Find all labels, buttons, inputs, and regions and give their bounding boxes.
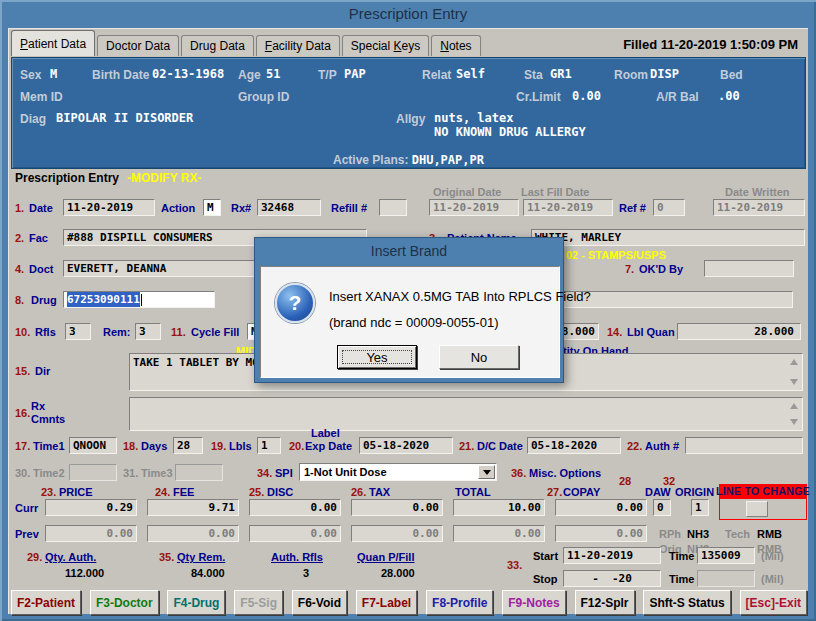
origin-header: ORIGIN	[675, 486, 714, 498]
qty-auth-value: 112.000	[65, 567, 104, 579]
copay-header: COPAY	[563, 486, 600, 498]
scroll-down-icon[interactable]	[790, 379, 798, 385]
time1-input[interactable]: QNOON	[69, 437, 117, 454]
date-input[interactable]: 11-20-2019	[63, 199, 155, 216]
relat-label: Relat	[422, 68, 451, 82]
f4-drug-button[interactable]: F4-Drug	[167, 590, 225, 615]
cmnts-input[interactable]	[129, 397, 803, 431]
misc-options-label: Misc. Options	[529, 467, 601, 479]
rem-input[interactable]: 3	[135, 323, 161, 340]
prev-copay-field: 0.00	[555, 525, 647, 542]
line-to-change-input[interactable]	[746, 501, 768, 517]
dc-date-number: 21.	[459, 440, 474, 452]
tech-value: RMB	[757, 528, 782, 540]
exp-date-input[interactable]: 05-18-2020	[359, 437, 453, 454]
f3-doctor-button[interactable]: F3-Doctor	[90, 590, 159, 615]
shft-s-status-button[interactable]: Shft-S Status	[643, 590, 730, 615]
tab-doctor-data[interactable]: Doctor Data	[97, 35, 179, 56]
chevron-down-icon	[483, 470, 491, 475]
yes-button[interactable]: Yes	[337, 345, 417, 369]
qty-rem-value: 84.000	[191, 567, 225, 579]
drug-input[interactable]: 67253090111	[63, 291, 215, 308]
allergy-value-2: NO KNOWN DRUG ALLERGY	[434, 125, 586, 139]
allergy-label: Allgy	[396, 112, 425, 126]
question-mark-icon: ?	[275, 283, 315, 323]
birth-date-label: Birth Date	[92, 68, 149, 82]
f2-patient-button[interactable]: F2-Patient	[11, 590, 81, 615]
prev-price-field: 0.00	[45, 525, 137, 542]
time2-input	[69, 464, 117, 481]
cr-limit-label: Cr.Limit	[516, 90, 561, 104]
origin-input[interactable]: 1	[691, 499, 709, 516]
room-label: Room	[614, 68, 648, 82]
refill-input[interactable]	[379, 199, 407, 216]
tab-special-keys[interactable]: Special Keys	[342, 35, 429, 56]
lbl-quan-label: Lbl Quan	[627, 326, 675, 338]
start-stop-number: 33.	[507, 559, 522, 571]
okd-by-input[interactable]	[704, 260, 794, 277]
f7-label-button[interactable]: F7-Label	[356, 590, 417, 615]
tax-header-number: 26.	[351, 486, 366, 498]
auth-input[interactable]	[685, 437, 803, 454]
tab-patient-data[interactable]: Patient Data	[11, 30, 95, 56]
qty-rem-label: Qty Rem.	[177, 551, 225, 563]
start-date-input[interactable]: 11-20-2019	[563, 547, 661, 564]
f12-splr-button[interactable]: F12-Splr	[575, 590, 635, 615]
insert-brand-dialog: Insert Brand ? Insert XANAX 0.5MG TAB In…	[254, 237, 564, 383]
scroll-down-icon[interactable]	[790, 419, 798, 425]
lbls-input[interactable]: 1	[257, 437, 281, 454]
tab-notes[interactable]: Notes	[431, 35, 480, 56]
ship-method-text: 02 - STAMPS/USPS	[566, 249, 666, 261]
action-input[interactable]: M	[203, 199, 221, 216]
dc-date-input[interactable]: 05-18-2020	[527, 437, 621, 454]
lbl-quan-input[interactable]: 28.000	[677, 323, 801, 340]
bed-label: Bed	[720, 68, 743, 82]
qty-auth-number: 29.	[27, 551, 42, 563]
rfls-input[interactable]: 3	[65, 323, 91, 340]
date-written-field: 11-20-2019	[713, 199, 805, 216]
daw-field-number: 28	[619, 475, 631, 487]
time3-number: 31.	[123, 467, 138, 479]
auth-rfls-label: Auth. Rfls	[271, 551, 323, 563]
daw-header: DAW	[645, 486, 671, 498]
dialog-ndc-text: (brand ndc = 00009-0055-01)	[329, 315, 498, 330]
sex-label: Sex	[20, 68, 41, 82]
start-time-input[interactable]: 135009	[697, 547, 755, 564]
lbls-number: 19.	[211, 440, 226, 452]
patient-header-panel: Sex M Birth Date 02-13-1968 Age 51 T/P P…	[11, 57, 806, 169]
rfls-field-number: 10.	[15, 326, 30, 338]
scroll-up-icon[interactable]	[790, 403, 798, 409]
tab-drug-data[interactable]: Drug Data	[181, 35, 254, 56]
patient-name-input[interactable]: WHITE, MARLEY	[531, 229, 805, 246]
curr-fee-input[interactable]: 9.71	[147, 499, 239, 516]
price-header-number: 23.	[41, 486, 56, 498]
active-plans: Active Plans: DHU,PAP,PR	[12, 150, 805, 168]
scroll-up-icon[interactable]	[790, 359, 798, 365]
stop-date-input[interactable]: - -20	[563, 570, 661, 587]
no-button[interactable]: No	[439, 345, 519, 369]
f9-notes-button[interactable]: F9-Notes	[502, 590, 565, 615]
f8-profile-button[interactable]: F8-Profile	[426, 590, 493, 615]
spi-dropdown[interactable]: 1-Not Unit Dose	[299, 463, 497, 481]
curr-total-field: 10.00	[453, 499, 545, 516]
refill-label: Refill #	[331, 202, 367, 214]
qty-rem-number: 35.	[159, 551, 174, 563]
curr-copay-input[interactable]: 0.00	[555, 499, 647, 516]
tax-header: TAX	[369, 486, 390, 498]
daw-input[interactable]: 0	[653, 499, 671, 516]
esc-exit-button[interactable]: [Esc]-Exit	[740, 590, 807, 615]
days-input[interactable]: 28	[173, 437, 203, 454]
time3-label: Time3	[141, 467, 173, 479]
start-mil-label: (Mil)	[761, 550, 784, 562]
rx-number-input[interactable]: 32468	[257, 199, 321, 216]
curr-tax-input[interactable]: 0.00	[351, 499, 443, 516]
prev-disc-field: 0.00	[249, 525, 341, 542]
diag-label: Diag	[20, 112, 46, 126]
dropdown-arrow-button[interactable]	[478, 465, 495, 479]
active-plans-value: DHU,PAP,PR	[412, 153, 484, 167]
f6-void-button[interactable]: F6-Void	[292, 590, 347, 615]
curr-disc-input[interactable]: 0.00	[249, 499, 341, 516]
curr-price-input[interactable]: 0.29	[45, 499, 137, 516]
mem-id-label: Mem ID	[20, 90, 63, 104]
tab-facility-data[interactable]: Facility Data	[256, 35, 340, 56]
